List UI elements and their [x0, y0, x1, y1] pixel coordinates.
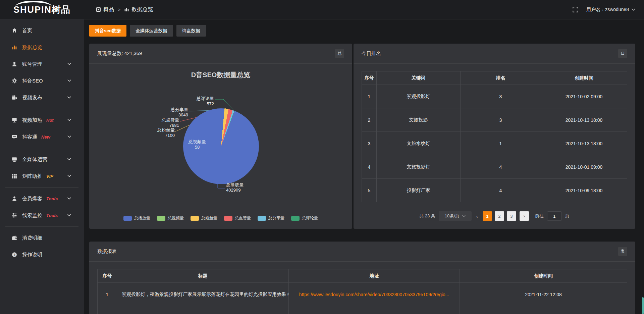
sidebar-item-6[interactable]: 抖客通New	[0, 128, 84, 145]
breadcrumb-separator: >	[118, 7, 120, 12]
next-page-button[interactable]: ›	[520, 211, 529, 221]
main-content: 抖音seo数据全媒体运营数据询盘数据 展现量总数: 421,369 总 D音SE…	[84, 19, 644, 314]
logo-text-cn: 树品	[52, 5, 70, 15]
goto-page-input[interactable]	[547, 211, 562, 221]
sidebar-item-label: 账号管理	[22, 61, 42, 67]
tab-0[interactable]: 抖音seo数据	[89, 25, 126, 37]
sidebar-item-0[interactable]: 首页	[0, 22, 84, 39]
sidebar-item-9[interactable]: 会员爆客Tools	[0, 190, 84, 207]
table-view-badge[interactable]: 表	[618, 247, 627, 256]
legend-swatch	[191, 216, 199, 221]
table-cell: 2	[362, 108, 377, 132]
page-button-3[interactable]: 3	[507, 211, 516, 221]
table-cell-index	[98, 306, 117, 314]
bar-chart-icon	[124, 7, 129, 12]
chevron-down-icon	[66, 80, 72, 82]
table-cell-url	[289, 306, 460, 314]
legend-label: 总视频量	[168, 215, 184, 221]
total-view-badge[interactable]: 总	[335, 49, 344, 58]
sidebar-item-badge: Hot	[46, 118, 54, 123]
table-row: 4文旅投影灯42021-10-01 09:00	[362, 155, 627, 179]
pie-chart-area: D音SEO数据量总览 总评论量572 总分享量3049 总点赞量7681 总粉丝…	[89, 64, 352, 229]
tab-2[interactable]: 询盘数据	[176, 25, 206, 37]
table-cell: 文旅投影灯	[377, 155, 461, 179]
username-label: 用户名：zswodun88	[586, 7, 629, 13]
column-header: 创建时间	[460, 269, 627, 283]
help-icon: ?	[11, 252, 17, 257]
sidebar-divider	[5, 109, 78, 109]
table-cell: 4	[461, 179, 541, 202]
legend-item[interactable]: 总分享量	[258, 215, 284, 221]
legend-item[interactable]: 总播放量	[123, 215, 150, 221]
sidebar-item-7[interactable]: 全媒体运营	[0, 151, 84, 168]
table-cell: 1	[362, 85, 377, 108]
user-menu[interactable]: 用户名：zswodun88	[586, 7, 635, 13]
page-numbers: 123	[483, 211, 516, 221]
goto-suffix: 页	[565, 213, 570, 219]
goto-label: 前往	[535, 213, 544, 219]
sidebar-item-5[interactable]: 视频加热Hot	[0, 112, 84, 128]
chevron-down-icon	[66, 63, 72, 65]
page-button-2[interactable]: 2	[495, 211, 504, 221]
sidebar-item-badge: VIP	[46, 174, 53, 179]
fullscreen-icon[interactable]	[573, 7, 578, 12]
legend-item[interactable]: 总评论量	[291, 215, 318, 221]
sidebar-divider	[5, 148, 78, 148]
legend-item[interactable]: 总粉丝量	[191, 215, 217, 221]
sidebar-item-label: 抖客通	[22, 134, 37, 140]
chevron-down-icon	[66, 175, 72, 177]
pie-label-fans: 总粉丝量7100	[145, 127, 175, 139]
sidebar-item-8[interactable]: 矩阵助推VIP	[0, 168, 84, 185]
tab-1[interactable]: 全媒体运营数据	[130, 25, 173, 37]
table-cell: 文旅投影	[377, 108, 461, 132]
sidebar-item-10[interactable]: 线索监控Tools	[0, 207, 84, 224]
legend-label: 总播放量	[134, 215, 150, 221]
table-row: 5投影灯厂家42021-10-09 18:00	[362, 179, 627, 202]
data-tabs: 抖音seo数据全媒体运营数据询盘数据	[89, 25, 206, 37]
sidebar-item-label: 抖音SEO	[22, 78, 43, 84]
sidebar-item-2[interactable]: 账号管理	[0, 56, 84, 72]
sidebar-item-11[interactable]: 消费明细	[0, 229, 84, 246]
day-view-badge[interactable]: 日	[618, 49, 627, 58]
sidebar: 首页数据总览账号管理抖音SEO视频发布视频加热Hot抖客通New全媒体运营矩阵助…	[0, 19, 84, 314]
sidebar-item-label: 操作说明	[22, 252, 42, 258]
sidebar-item-1[interactable]: 数据总览	[0, 39, 84, 56]
sidebar-item-label: 视频发布	[22, 95, 42, 101]
table-cell: 4	[461, 155, 541, 179]
sidebar-item-12[interactable]: ?操作说明	[0, 246, 84, 263]
table-cell: 2021-10-01 09:00	[541, 155, 627, 179]
chevron-down-icon	[66, 119, 72, 121]
scrollbar-thumb[interactable]	[642, 297, 644, 314]
pie-label-comments: 总评论量572	[184, 96, 214, 107]
column-header: 序号	[362, 71, 377, 85]
prev-page-button[interactable]: ‹	[475, 213, 479, 219]
breadcrumb-current[interactable]: 数据总览	[124, 6, 153, 13]
legend-label: 总评论量	[302, 215, 318, 221]
table-cell-time: 2021-11-22 12:08	[460, 283, 627, 306]
table-row: 1景观投影灯32021-10-02 09:00	[362, 85, 627, 108]
table-cell: 5	[362, 179, 377, 202]
legend-label: 总点赞量	[235, 215, 251, 221]
column-header: 地址	[289, 269, 460, 283]
sidebar-item-label: 视频加热	[22, 117, 42, 123]
chevron-down-icon	[632, 8, 635, 11]
video-link[interactable]: https://www.iesdouyin.com/share/video/70…	[299, 292, 449, 297]
window-icon	[96, 7, 101, 12]
pie-label-videos: 总视频量58	[182, 139, 212, 150]
wallet-icon	[11, 235, 17, 241]
today-panel-title: 今日排名	[362, 50, 381, 57]
page-size-select[interactable]: 10条/页	[439, 211, 472, 221]
sidebar-item-3[interactable]: 抖音SEO	[0, 72, 84, 89]
breadcrumb-root[interactable]: 树品	[96, 6, 114, 13]
legend-item[interactable]: 总视频量	[157, 215, 184, 221]
sidebar-item-label: 数据总览	[22, 44, 42, 51]
page-button-1[interactable]: 1	[483, 211, 492, 221]
data-report-panel: 数据报表 表 序号标题地址创建时间 1景观投影灯，夜游景观投影灯厂家展示展示落花…	[89, 242, 635, 314]
legend-swatch	[157, 216, 165, 221]
legend-label: 总粉丝量	[201, 215, 217, 221]
legend-item[interactable]: 总点赞量	[224, 215, 251, 221]
top-bar: SHUPIN树品 树品 > 数据总览 用户名：zswodun88	[0, 0, 644, 19]
chart-legend: 总播放量总视频量总粉丝量总点赞量总分享量总评论量	[89, 215, 352, 221]
sidebar-item-4[interactable]: 视频发布	[0, 89, 84, 106]
table-cell-time	[460, 306, 627, 314]
